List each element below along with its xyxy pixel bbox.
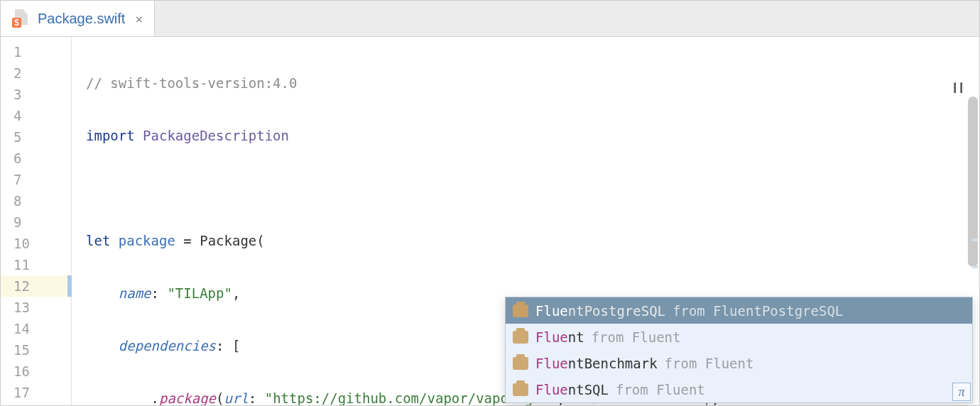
completion-item[interactable]: FluentPostgreSQL from FluentPostgreSQL [506, 297, 972, 324]
pi-icon[interactable]: π [952, 383, 971, 401]
code-line: let package = Package( [72, 230, 979, 251]
line-number[interactable]: 8 [1, 190, 71, 212]
swift-file-icon: S [12, 9, 31, 28]
product-icon [513, 331, 528, 344]
line-number[interactable]: 4 [1, 105, 71, 126]
product-icon [513, 304, 528, 317]
product-icon [513, 357, 528, 370]
product-icon [513, 383, 528, 396]
line-number[interactable]: 12 [1, 275, 72, 297]
scrollbar-thumb[interactable] [968, 97, 978, 267]
line-number[interactable]: 11 [1, 254, 71, 275]
line-number[interactable]: 16 [1, 361, 71, 382]
line-number[interactable]: 7 [1, 169, 71, 190]
code-line: // swift-tools-version:4.0 [72, 72, 979, 94]
comment: // swift-tools-version:4.0 [86, 75, 297, 91]
line-number[interactable]: 15 [1, 339, 71, 361]
line-number[interactable]: 9 [1, 212, 71, 233]
tab-title: Package.swift [38, 11, 125, 27]
line-number[interactable]: 6 [1, 148, 71, 169]
tab-bar: S Package.swift × [1, 1, 979, 37]
line-number[interactable]: 3 [1, 84, 71, 105]
tab-package-swift[interactable]: S Package.swift × [1, 1, 155, 36]
line-number[interactable]: 17 [1, 382, 71, 403]
code-line [72, 177, 979, 199]
line-number[interactable]: 2 [1, 62, 71, 84]
line-number[interactable]: 13 [1, 297, 71, 318]
line-number[interactable]: 10 [1, 233, 71, 254]
completion-item[interactable]: Fluent from Fluent [506, 324, 972, 350]
line-gutter: 1 2 3 4 5 6 7 8 9 10 11 12 13 14 15 16 1… [1, 37, 72, 405]
completion-item[interactable]: FluentSQL from Fluent [506, 376, 972, 402]
line-number[interactable]: 1 [1, 41, 71, 62]
completion-item[interactable]: FluentBenchmark from Fluent [506, 350, 972, 376]
completion-popup: FluentPostgreSQL from FluentPostgreSQL F… [505, 297, 973, 403]
code-line: import PackageDescription [72, 125, 979, 146]
line-number[interactable]: 5 [1, 126, 71, 148]
scroll-mark [972, 238, 978, 241]
close-icon[interactable]: × [135, 11, 143, 26]
scroll-mark [972, 265, 978, 268]
pause-icon[interactable]: ❙❙ [951, 79, 964, 94]
line-number[interactable]: 14 [1, 318, 71, 339]
